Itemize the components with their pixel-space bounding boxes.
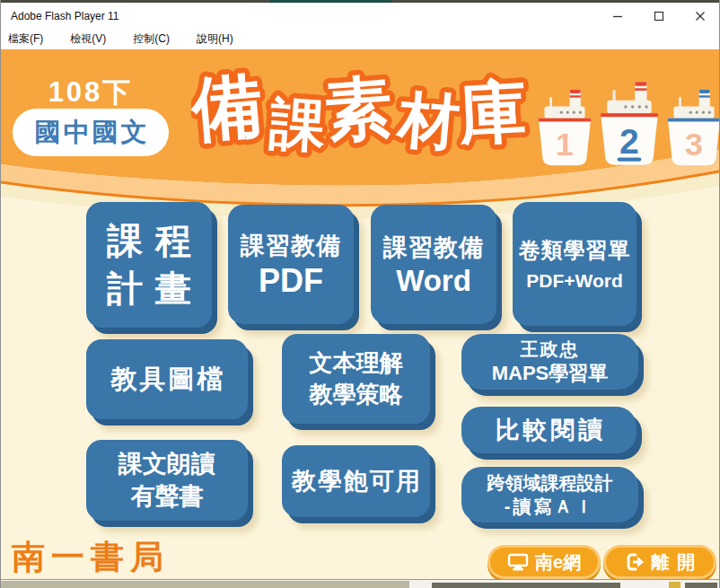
button-label: 課習教備 [241,230,341,262]
page-title: 備 課 素 材 庫 [191,57,534,162]
background-window-segment [1,581,409,588]
button-label: 教學策略 [310,379,403,410]
semester-label: 108下 [13,74,168,111]
ship-number: 2 [619,122,639,161]
button-label: PDF+Word [526,270,623,292]
button-label: 計畫 [107,265,204,312]
svg-text:備 課 素: 備 課 素 材 庫 [191,65,529,158]
background-window-fragment [669,582,680,588]
background-window-text-fragment [685,583,717,588]
menu-item-control[interactable]: 控制(C) [124,30,179,48]
teaching-pack-button[interactable]: 教學飽可用 [282,445,430,517]
flash-player-window: Adobe Flash Player 11 檔案(F) 檢視(V) 控制(C) … [0,0,720,588]
subject-badge: 國中國文 [13,109,169,156]
menu-item-file[interactable]: 檔案(F) [1,30,52,48]
title-char: 材 [393,84,462,157]
button-label: 比較閱讀 [496,414,607,446]
menu-item-help[interactable]: 說明(H) [188,30,242,48]
course-plan-button[interactable]: 課程 計畫 [86,202,212,328]
maximize-button[interactable] [638,3,680,29]
publisher-logo: 南一書局 [12,535,170,580]
button-label: 跨領域課程設計 [487,471,613,495]
title-bar[interactable]: Adobe Flash Player 11 [1,3,720,29]
button-label: 卷類學習單 [519,236,631,265]
title-char: 備 [191,65,266,150]
button-label: 教具圖檔 [111,362,226,398]
lesson-materials-word-button[interactable]: 課習教備 Word [371,205,496,324]
minimize-button[interactable] [597,3,638,29]
button-label: 南e網 [535,550,581,575]
button-label: -讀寫ＡＩ [505,495,596,518]
title-char: 素 [322,69,394,149]
button-label: Word [396,264,471,298]
text-audiobook-button[interactable]: 課文朗讀 有聲書 [86,440,248,521]
lesson-materials-pdf-button[interactable]: 課習教備 PDF [228,205,354,324]
button-label: MAPS學習單 [492,361,609,386]
comparative-reading-button[interactable]: 比較閱讀 [461,407,637,453]
background-window-sliver [1,579,719,588]
button-label: 文本理解 [310,347,403,379]
button-label: PDF [259,262,323,300]
text-comprehension-strategy-button[interactable]: 文本理解 教學策略 [282,334,430,424]
ship-tab-1[interactable]: 1 [536,86,593,171]
ship-tab-2-active[interactable]: 2 [598,78,661,171]
ship-tabs: 1 2 [536,77,719,171]
subject-label: 國中國文 [35,115,150,151]
ship-number: 1 [556,127,574,162]
ship-number: 3 [685,127,703,162]
background-window-text-fragment [432,583,620,588]
window-title: Adobe Flash Player 11 [1,10,597,22]
flash-content: 108下 國中國文 備 課 素 材 庫 1 [1,49,719,588]
close-icon [695,11,706,22]
minimize-icon [612,11,623,22]
menu-bar: 檔案(F) 檢視(V) 控制(C) 說明(H) [1,29,720,49]
button-label: 有聲書 [131,480,204,513]
menu-item-view[interactable]: 檢視(V) [61,30,115,48]
exit-button[interactable]: 離開 [603,545,716,579]
title-char: 課 [267,92,328,157]
nan-e-net-button[interactable]: 南e網 [487,545,601,579]
active-tab-underline [618,158,642,162]
button-label: 課文朗讀 [119,448,215,480]
button-label: 教學飽可用 [292,465,422,497]
exit-icon [625,552,645,572]
button-label: 王政忠 [521,338,580,361]
button-label: 離開 [652,550,704,575]
button-label: 課習教備 [383,232,484,264]
maps-worksheet-button[interactable]: 王政忠 MAPS學習單 [461,334,638,390]
monitor-icon [507,553,529,571]
ship-tab-3[interactable]: 3 [665,86,719,171]
teaching-aids-images-button[interactable]: 教具圖檔 [86,339,248,419]
window-controls [597,3,720,29]
worksheet-pdf-word-button[interactable]: 卷類學習單 PDF+Word [513,202,637,326]
close-button[interactable] [680,3,720,29]
cross-domain-reading-ai-button[interactable]: 跨領域課程設計 -讀寫ＡＩ [461,467,638,522]
title-char: 庫 [456,73,529,152]
maximize-icon [654,11,664,22]
button-label: 課程 [107,217,204,265]
